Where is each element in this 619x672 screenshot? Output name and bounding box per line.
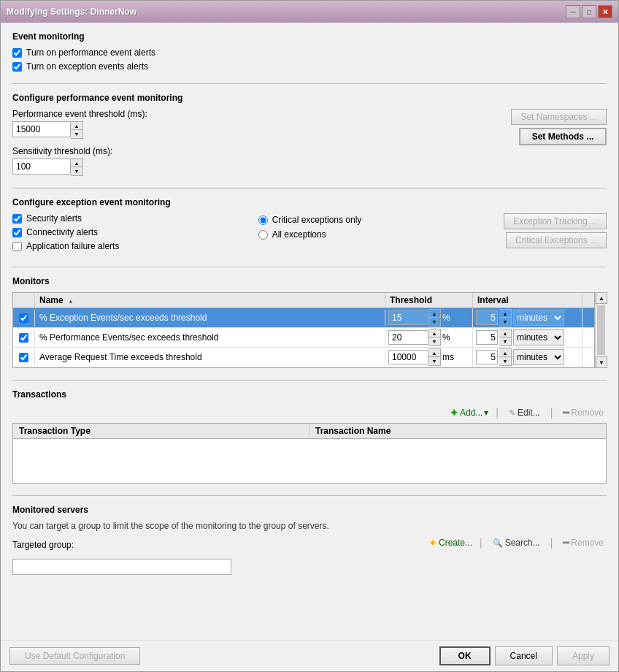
apply-button[interactable]: Apply xyxy=(557,646,610,665)
monitor-row1-interval-down[interactable]: ▼ xyxy=(499,318,511,326)
trans-col-name: Transaction Name xyxy=(310,424,606,438)
targeted-group-input[interactable] xyxy=(12,559,231,575)
monitors-col-checkbox xyxy=(13,293,35,308)
servers-toolbar: ✦ Create... | 🔍 Search... | ━ Remove xyxy=(428,535,607,550)
sensitivity-spinner: ▲ ▼ xyxy=(12,159,511,176)
perf-threshold-up[interactable]: ▲ xyxy=(71,122,82,130)
monitor-row3-threshold-down[interactable]: ▼ xyxy=(428,357,440,365)
create-group-button[interactable]: ✦ Create... xyxy=(428,537,472,549)
set-namespaces-button[interactable]: Set Namespaces ... xyxy=(511,109,607,125)
perf-alerts-checkbox[interactable] xyxy=(12,48,22,58)
monitor-row2-checkbox[interactable] xyxy=(19,333,28,343)
divider-2 xyxy=(12,188,607,188)
monitor-row2-interval-down[interactable]: ▼ xyxy=(499,337,511,345)
exception-alerts-checkbox[interactable] xyxy=(12,62,22,72)
exception-radios: Critical exceptions only All exceptions xyxy=(258,213,496,244)
scrollable-content[interactable]: Event monitoring Turn on performance eve… xyxy=(1,23,618,640)
minimize-button[interactable]: ─ xyxy=(566,5,580,18)
monitor-row1-threshold-input[interactable] xyxy=(388,310,428,325)
bottom-bar: Use Default Configuration OK Cancel Appl… xyxy=(1,640,618,671)
all-exceptions-radio[interactable] xyxy=(258,230,268,240)
monitor-row1-name: % Exception Events/sec exceeds threshold xyxy=(35,310,385,326)
connectivity-alerts-label: Connectivity alerts xyxy=(26,227,98,237)
close-button[interactable]: ✕ xyxy=(598,5,612,18)
monitor-row3-interval-down[interactable]: ▼ xyxy=(499,357,511,365)
critical-exceptions-radio[interactable] xyxy=(258,215,268,225)
monitor-row3-name: Average Request Time exceeds threshold xyxy=(35,349,385,365)
transactions-body xyxy=(13,439,606,483)
maximize-button[interactable]: □ xyxy=(582,5,596,18)
edit-transaction-button[interactable]: ✎ Edit... xyxy=(506,406,543,419)
critical-exceptions-radio-row: Critical exceptions only xyxy=(258,215,496,225)
cancel-button[interactable]: Cancel xyxy=(495,646,553,665)
connectivity-alerts-row: Connectivity alerts xyxy=(12,227,250,237)
monitor-row3-threshold-up[interactable]: ▲ xyxy=(428,349,440,357)
divider-3 xyxy=(12,267,607,267)
servers-remove-label: Remove xyxy=(571,538,604,548)
monitor-row3-threshold-spinner: ▲ ▼ xyxy=(428,348,441,366)
monitor-row1-interval-up[interactable]: ▲ xyxy=(499,310,511,318)
monitor-row1-interval: ▲ ▼ minutes seconds hours xyxy=(473,308,583,327)
monitor-row1-threshold-up[interactable]: ▲ xyxy=(428,310,440,318)
monitor-row2-interval-up[interactable]: ▲ xyxy=(499,329,511,337)
monitors-title: Monitors xyxy=(12,276,607,286)
use-default-button[interactable]: Use Default Configuration xyxy=(9,647,140,665)
event-monitoring-section: Event monitoring Turn on performance eve… xyxy=(12,31,607,72)
monitor-row2-threshold-input[interactable] xyxy=(388,330,428,345)
monitor-row3-interval-select[interactable]: minutes seconds hours xyxy=(513,349,564,365)
monitor-row2-threshold-down[interactable]: ▼ xyxy=(428,337,440,345)
monitor-row1-extra xyxy=(583,310,594,326)
separator-1: | xyxy=(496,407,499,419)
security-alerts-checkbox[interactable] xyxy=(12,214,22,224)
critical-exceptions-button[interactable]: Critical Exceptions ... xyxy=(506,232,607,248)
monitor-row1-threshold-down[interactable]: ▼ xyxy=(428,318,440,326)
minus-icon: ━ xyxy=(563,407,569,419)
perf-threshold-down[interactable]: ▼ xyxy=(71,130,82,138)
add-transaction-button[interactable]: ✦ Add... ▾ xyxy=(450,407,488,419)
monitor-row3-extra xyxy=(583,349,594,365)
appfailure-alerts-checkbox[interactable] xyxy=(12,242,22,251)
monitor-row2-interval-input[interactable] xyxy=(476,330,498,345)
monitor-row2-threshold-up[interactable]: ▲ xyxy=(428,329,440,337)
remove-group-button[interactable]: ━ Remove xyxy=(560,535,607,550)
monitors-row: % Performance Events/sec exceeds thresho… xyxy=(13,328,594,348)
scroll-down-arrow[interactable]: ▼ xyxy=(596,356,607,368)
monitors-col-name: Name ▲ xyxy=(35,293,385,308)
monitor-row3-interval-input[interactable] xyxy=(476,350,498,364)
add-label: Add... xyxy=(460,408,482,418)
separator-3: | xyxy=(480,537,482,549)
add-dropdown-icon: ▾ xyxy=(484,408,488,418)
remove-transaction-button[interactable]: ━ Remove xyxy=(560,405,607,420)
monitor-row1-interval-input[interactable] xyxy=(476,310,498,325)
monitor-row3-interval-up[interactable]: ▲ xyxy=(499,349,511,357)
separator-4: | xyxy=(550,537,553,549)
search-group-button[interactable]: 🔍 Search... xyxy=(490,536,543,549)
monitor-row3-checkbox[interactable] xyxy=(19,353,28,362)
monitor-row1-checkbox[interactable] xyxy=(19,313,28,323)
appfailure-alerts-row: Application failure alerts xyxy=(12,241,250,251)
monitors-header: Name ▲ Threshold Interval xyxy=(13,293,594,308)
exception-tracking-button[interactable]: Exception Tracking ... xyxy=(504,213,607,229)
connectivity-alerts-checkbox[interactable] xyxy=(12,228,22,237)
scroll-up-arrow[interactable]: ▲ xyxy=(596,292,607,304)
monitors-scrollbar[interactable]: ▲ ▼ xyxy=(595,292,607,368)
configure-exception-title: Configure exception event monitoring xyxy=(12,197,607,207)
scroll-thumb[interactable] xyxy=(597,305,605,355)
monitor-row2-interval-select[interactable]: minutes seconds hours xyxy=(513,329,564,345)
monitor-row2-interval: ▲ ▼ minutes seconds hours xyxy=(473,328,583,347)
sensitivity-down[interactable]: ▼ xyxy=(71,167,82,175)
sensitivity-input[interactable] xyxy=(12,159,71,175)
sensitivity-up[interactable]: ▲ xyxy=(71,159,82,167)
monitor-row1-interval-select[interactable]: minutes seconds hours xyxy=(513,310,564,326)
perf-threshold-input[interactable] xyxy=(12,121,71,137)
critical-exceptions-label: Critical exceptions only xyxy=(272,215,362,225)
set-methods-button[interactable]: Set Methods ... xyxy=(519,128,607,145)
divider-5 xyxy=(12,495,607,496)
monitor-row2-extra xyxy=(583,329,594,345)
content-area: Event monitoring Turn on performance eve… xyxy=(1,23,618,671)
monitor-row3-threshold-input[interactable] xyxy=(388,350,428,364)
transactions-table: Transaction Type Transaction Name xyxy=(12,423,607,484)
ok-button[interactable]: OK xyxy=(439,646,491,665)
monitor-row3-interval: ▲ ▼ minutes seconds hours xyxy=(473,348,583,367)
monitors-table: Name ▲ Threshold Interval % Exception Ev… xyxy=(12,292,595,368)
